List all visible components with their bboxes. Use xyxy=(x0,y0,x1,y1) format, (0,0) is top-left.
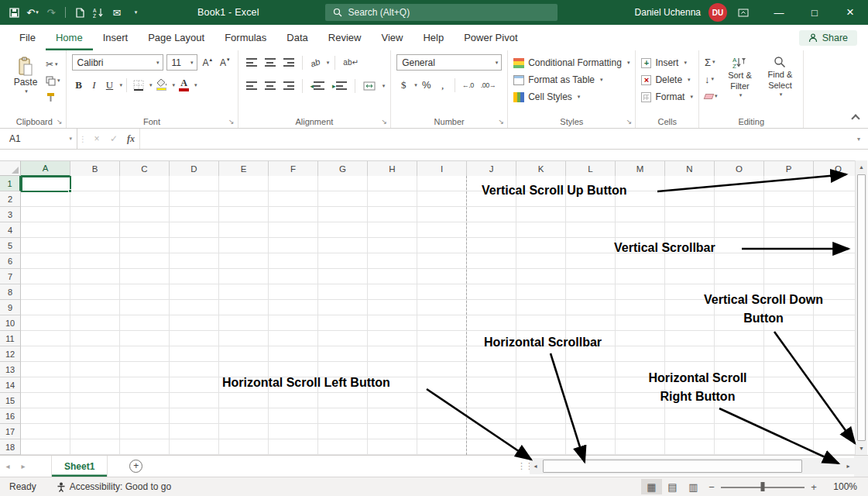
increase-indent-button[interactable]: ▸ xyxy=(330,78,349,94)
column-header-G[interactable]: G xyxy=(318,161,368,176)
row-header-10[interactable]: 10 xyxy=(0,315,21,331)
tab-power-pivot[interactable]: Power Pivot xyxy=(454,25,527,50)
vertical-scroll-down-button[interactable]: ▼ xyxy=(856,442,867,455)
minimize-button[interactable]: — xyxy=(761,0,797,25)
column-header-L[interactable]: L xyxy=(566,161,616,176)
vertical-scrollbar[interactable]: ▲ ▼ xyxy=(855,160,867,455)
styles-dialog-launcher[interactable]: ↘ xyxy=(626,119,633,126)
page-break-preview-button[interactable]: ▥ xyxy=(683,479,704,494)
number-format-select[interactable]: General▾ xyxy=(396,54,502,71)
customize-quick-access-icon[interactable]: ▾ xyxy=(128,4,143,21)
autosum-button[interactable]: Σ▾ xyxy=(705,54,718,70)
wrap-text-button[interactable]: ab↵ xyxy=(341,54,361,71)
tab-file[interactable]: File xyxy=(9,25,46,50)
zoom-slider[interactable] xyxy=(721,479,805,494)
tab-data[interactable]: Data xyxy=(276,25,317,50)
column-header-A[interactable]: A xyxy=(21,161,70,176)
bottom-align-button[interactable] xyxy=(281,54,297,71)
horizontal-scroll-left-button[interactable]: ◂ xyxy=(530,458,541,474)
vertical-scroll-up-button[interactable]: ▲ xyxy=(856,160,867,174)
formula-bar-splitter[interactable]: ⋮ xyxy=(77,129,88,149)
column-header-E[interactable]: E xyxy=(219,161,269,176)
increase-font-size-button[interactable]: A▴ xyxy=(201,54,215,71)
decrease-decimal-button[interactable]: .00→ xyxy=(479,77,499,93)
accessibility-status[interactable]: Accessibility: Good to go xyxy=(57,481,171,492)
row-header-12[interactable]: 12 xyxy=(0,346,21,362)
sheet-tab-sheet1[interactable]: Sheet1 xyxy=(51,456,108,477)
sort-filter-button[interactable]: AZ Sort & Filter▾ xyxy=(722,54,757,104)
clipboard-dialog-launcher[interactable]: ↘ xyxy=(57,119,63,126)
close-button[interactable]: × xyxy=(832,0,868,25)
column-header-C[interactable]: C xyxy=(120,161,170,176)
fill-button[interactable]: ↓▾ xyxy=(705,71,718,87)
format-cells-button[interactable]: Format▾ xyxy=(641,88,693,105)
format-as-table-button[interactable]: Format as Table▾ xyxy=(513,71,630,88)
formula-bar-expand-icon[interactable]: ▾ xyxy=(849,129,868,149)
column-header-O[interactable]: O xyxy=(715,161,764,176)
underline-button[interactable]: U xyxy=(103,77,117,93)
increase-decimal-button[interactable]: ←.0 xyxy=(460,77,476,93)
orientation-button[interactable]: ab xyxy=(308,54,322,71)
collapse-ribbon-icon[interactable] xyxy=(851,114,859,122)
undo-icon[interactable]: ↶▾ xyxy=(25,4,40,21)
horizontal-scrollbar-thumb[interactable] xyxy=(543,460,802,473)
copy-button[interactable]: ▾ xyxy=(46,74,60,88)
middle-align-button[interactable] xyxy=(262,54,278,71)
redo-icon[interactable]: ↷ xyxy=(43,4,59,21)
zoom-in-button[interactable]: + xyxy=(806,481,822,493)
italic-button[interactable]: I xyxy=(87,77,101,93)
tab-view[interactable]: View xyxy=(371,25,413,50)
tab-formulas[interactable]: Formulas xyxy=(214,25,276,50)
tab-home[interactable]: Home xyxy=(46,25,93,50)
tab-insert[interactable]: Insert xyxy=(93,25,139,50)
select-all-corner[interactable] xyxy=(0,160,21,176)
merge-center-button[interactable] xyxy=(361,78,378,94)
row-header-7[interactable]: 7 xyxy=(0,269,21,284)
sheet-nav-left-icon[interactable]: ◂ xyxy=(0,462,15,470)
cancel-formula-icon[interactable]: × xyxy=(88,129,105,149)
horizontal-scrollbar[interactable]: ◂ ▸ xyxy=(530,458,854,474)
insert-cells-button[interactable]: Insert▾ xyxy=(641,54,693,71)
row-header-18[interactable]: 18 xyxy=(0,439,21,455)
save-icon[interactable] xyxy=(6,4,22,21)
column-header-F[interactable]: F xyxy=(269,161,318,176)
cut-button[interactable]: ✂▾ xyxy=(46,57,60,71)
column-header-Q[interactable]: Q xyxy=(814,161,855,176)
selected-cell-a1[interactable] xyxy=(21,176,71,192)
row-header-4[interactable]: 4 xyxy=(0,222,21,238)
row-header-1[interactable]: 1 xyxy=(0,176,21,191)
sort-az-icon[interactable]: AZ xyxy=(91,4,106,21)
cell-styles-button[interactable]: Cell Styles▾ xyxy=(513,88,630,105)
vertical-scrollbar-thumb[interactable] xyxy=(857,174,866,441)
row-header-14[interactable]: 14 xyxy=(0,377,21,393)
fill-handle[interactable] xyxy=(68,189,72,193)
column-header-B[interactable]: B xyxy=(70,161,120,176)
tab-review[interactable]: Review xyxy=(318,25,372,50)
font-color-button[interactable]: A xyxy=(177,77,191,93)
new-file-icon[interactable] xyxy=(72,4,87,21)
top-align-button[interactable] xyxy=(244,54,259,71)
row-header-17[interactable]: 17 xyxy=(0,424,21,439)
tab-help[interactable]: Help xyxy=(413,25,454,50)
row-header-8[interactable]: 8 xyxy=(0,284,21,300)
delete-cells-button[interactable]: Delete▾ xyxy=(641,71,693,88)
percent-style-button[interactable]: % xyxy=(420,77,434,93)
font-size-select[interactable]: 11▾ xyxy=(166,54,197,71)
row-header-5[interactable]: 5 xyxy=(0,238,21,253)
zoom-slider-thumb[interactable] xyxy=(761,482,765,491)
ribbon-display-options-icon[interactable] xyxy=(738,9,761,17)
column-header-I[interactable]: I xyxy=(417,161,467,176)
font-dialog-launcher[interactable]: ↘ xyxy=(228,119,235,126)
row-header-9[interactable]: 9 xyxy=(0,300,21,315)
status-ready[interactable]: Ready xyxy=(9,481,36,492)
row-header-3[interactable]: 3 xyxy=(0,207,21,222)
column-header-K[interactable]: K xyxy=(516,161,566,176)
normal-view-button[interactable]: ▦ xyxy=(641,479,662,494)
sheet-nav-right-icon[interactable]: ▸ xyxy=(15,462,31,470)
maximize-button[interactable]: □ xyxy=(797,0,832,25)
number-dialog-launcher[interactable]: ↘ xyxy=(499,119,505,126)
page-layout-view-button[interactable]: ▤ xyxy=(662,479,683,494)
email-icon[interactable]: ✉ xyxy=(109,4,125,21)
row-header-15[interactable]: 15 xyxy=(0,393,21,408)
column-header-H[interactable]: H xyxy=(368,161,417,176)
